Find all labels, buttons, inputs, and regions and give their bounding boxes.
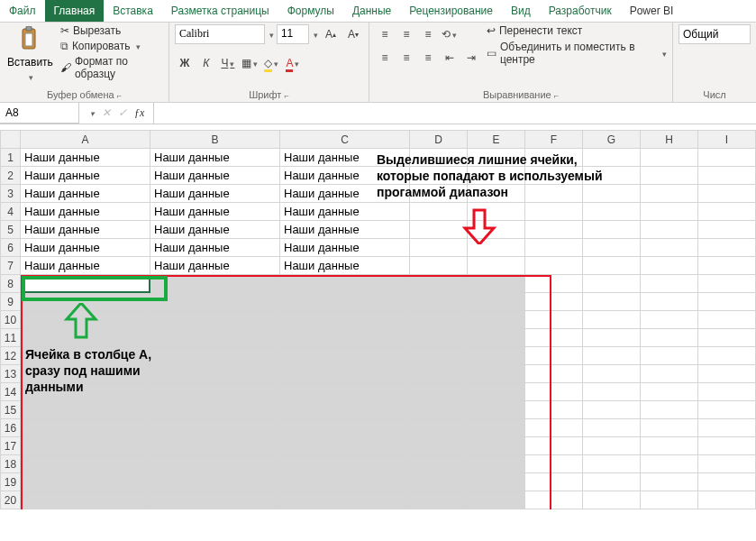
cell[interactable]: Наши данные	[21, 185, 150, 203]
cell[interactable]	[698, 167, 756, 185]
cell[interactable]	[150, 329, 280, 347]
align-middle-button[interactable]: ≡	[396, 24, 416, 44]
cell[interactable]	[21, 401, 150, 419]
cell[interactable]: Наши данные	[150, 203, 280, 221]
column-header[interactable]: A	[21, 131, 150, 149]
cell[interactable]	[583, 491, 641, 509]
cell[interactable]	[641, 221, 698, 239]
cell[interactable]	[21, 473, 150, 491]
cell[interactable]	[641, 347, 698, 365]
column-header[interactable]: B	[150, 131, 280, 149]
row-header[interactable]: 12	[1, 347, 21, 365]
cell[interactable]	[698, 455, 756, 473]
tab-page-layout[interactable]: Разметка страницы	[162, 0, 278, 22]
tab-formulas[interactable]: Формулы	[278, 0, 343, 22]
cell[interactable]	[468, 257, 525, 275]
cell[interactable]	[641, 383, 698, 401]
indent-decrease-button[interactable]: ⇤	[440, 48, 460, 68]
cell[interactable]	[698, 275, 756, 293]
align-top-button[interactable]: ≡	[375, 24, 395, 44]
fx-icon[interactable]: ƒx	[134, 106, 144, 120]
cell[interactable]: Наши данные	[150, 239, 280, 257]
cell[interactable]	[525, 401, 583, 419]
cell[interactable]	[698, 311, 756, 329]
cell[interactable]	[525, 473, 583, 491]
cell[interactable]	[698, 329, 756, 347]
cell[interactable]	[583, 347, 641, 365]
cell[interactable]	[525, 329, 583, 347]
cell[interactable]	[150, 491, 280, 509]
cell[interactable]: Наши данные	[21, 203, 150, 221]
cell[interactable]	[525, 419, 583, 437]
row-header[interactable]: 9	[1, 293, 21, 311]
cell[interactable]	[641, 293, 698, 311]
cell[interactable]	[410, 275, 468, 293]
name-box[interactable]	[0, 103, 79, 124]
cell[interactable]	[280, 311, 410, 329]
cell[interactable]	[525, 311, 583, 329]
cell[interactable]: Наши данные	[21, 221, 150, 239]
cell[interactable]	[280, 401, 410, 419]
cell[interactable]	[468, 437, 525, 455]
cell[interactable]	[280, 275, 410, 293]
cell[interactable]	[468, 383, 525, 401]
cell[interactable]	[410, 419, 468, 437]
cell[interactable]	[468, 347, 525, 365]
column-header[interactable]: E	[468, 131, 525, 149]
cell[interactable]	[410, 347, 468, 365]
row-header[interactable]: 18	[1, 455, 21, 473]
row-header[interactable]: 15	[1, 401, 21, 419]
cell[interactable]	[525, 383, 583, 401]
cell[interactable]: Наши данные	[280, 257, 410, 275]
column-header[interactable]: D	[410, 131, 468, 149]
cell[interactable]	[525, 347, 583, 365]
cell[interactable]	[410, 455, 468, 473]
cell[interactable]	[641, 473, 698, 491]
cell[interactable]	[698, 383, 756, 401]
cell[interactable]	[280, 329, 410, 347]
cell[interactable]	[468, 329, 525, 347]
cell[interactable]	[468, 491, 525, 509]
cell[interactable]	[280, 347, 410, 365]
cell[interactable]	[410, 203, 468, 221]
row-header[interactable]: 6	[1, 239, 21, 257]
cell[interactable]	[410, 239, 468, 257]
cell[interactable]	[583, 437, 641, 455]
cell[interactable]	[280, 383, 410, 401]
cell[interactable]	[583, 419, 641, 437]
cell[interactable]	[525, 293, 583, 311]
cell[interactable]	[280, 419, 410, 437]
formula-bar[interactable]	[154, 103, 756, 124]
row-header[interactable]: 1	[1, 149, 21, 167]
cell[interactable]	[583, 221, 641, 239]
cell[interactable]	[21, 437, 150, 455]
cell[interactable]	[468, 311, 525, 329]
cell[interactable]	[525, 455, 583, 473]
cell[interactable]: Наши данные	[150, 167, 280, 185]
merge-center-button[interactable]: Объединить и поместить в центре	[487, 41, 667, 66]
paste-button[interactable]: Вставить	[5, 24, 55, 85]
cell[interactable]	[525, 437, 583, 455]
row-header[interactable]: 16	[1, 419, 21, 437]
font-color-button[interactable]: A	[283, 53, 303, 73]
cell[interactable]: Наши данные	[280, 221, 410, 239]
cell[interactable]	[150, 437, 280, 455]
cell[interactable]	[698, 185, 756, 203]
cell[interactable]	[641, 239, 698, 257]
cell[interactable]	[698, 419, 756, 437]
row-header[interactable]: 5	[1, 221, 21, 239]
cell[interactable]	[641, 437, 698, 455]
cell[interactable]	[280, 491, 410, 509]
align-right-button[interactable]: ≡	[418, 48, 438, 68]
column-header[interactable]: I	[698, 131, 756, 149]
cell[interactable]	[280, 455, 410, 473]
row-header[interactable]: 19	[1, 473, 21, 491]
cell[interactable]	[21, 455, 150, 473]
row-header[interactable]: 17	[1, 437, 21, 455]
row-header[interactable]: 7	[1, 257, 21, 275]
cell[interactable]	[641, 329, 698, 347]
italic-button[interactable]: К	[196, 53, 216, 73]
row-header[interactable]: 3	[1, 185, 21, 203]
align-center-button[interactable]: ≡	[396, 48, 416, 68]
cell[interactable]	[150, 419, 280, 437]
